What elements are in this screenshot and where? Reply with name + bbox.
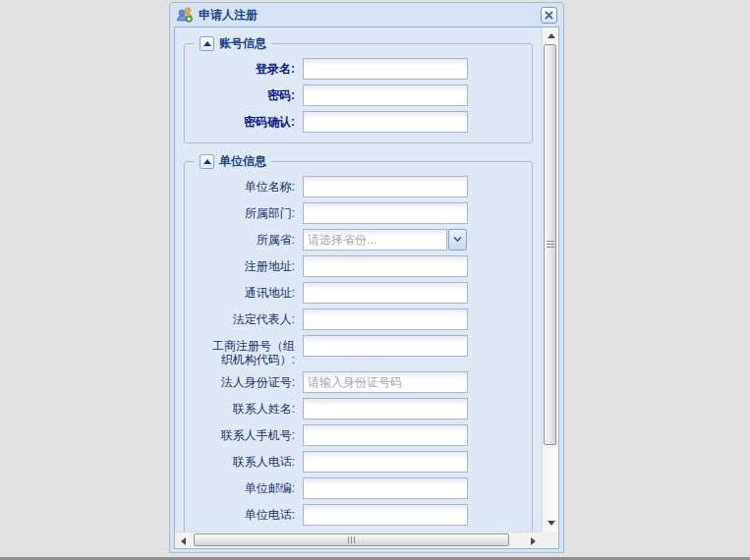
section-account-legend: 账号信息 xyxy=(195,35,271,52)
scroll-left-button[interactable] xyxy=(175,532,192,549)
arrow-down-icon xyxy=(548,521,555,526)
dialog-titlebar[interactable]: 申请人注册 xyxy=(174,3,559,27)
department-input[interactable] xyxy=(303,202,468,224)
password-confirm-input[interactable] xyxy=(303,111,468,133)
collapse-account-button[interactable] xyxy=(200,36,214,51)
scroll-down-button[interactable] xyxy=(543,515,559,532)
legal-person-id-label: 法人身份证号: xyxy=(193,371,295,389)
contact-name-label: 联系人姓名: xyxy=(193,398,295,416)
add-user-icon xyxy=(176,7,194,23)
form-row: 通讯地址: xyxy=(191,282,526,304)
collapse-org-button[interactable] xyxy=(200,154,214,169)
form-row: 联系人姓名: xyxy=(191,398,526,420)
form-row: 法人身份证号: xyxy=(191,371,526,393)
org-phone-input[interactable] xyxy=(303,504,468,526)
org-postcode-input[interactable] xyxy=(303,477,468,499)
registration-dialog: 申请人注册 账号信息 xyxy=(169,2,564,553)
org-name-label: 单位名称: xyxy=(193,176,295,194)
vertical-scrollbar[interactable] xyxy=(542,28,558,532)
arrow-left-icon xyxy=(181,537,186,545)
form-row: 法定代表人: xyxy=(191,308,526,330)
scrollbar-grip-icon xyxy=(348,536,356,543)
dialog-body: 账号信息 登录名: 密码: 密码确认: xyxy=(174,27,559,549)
scrollbar-corner xyxy=(542,532,558,548)
arrow-right-icon xyxy=(531,537,536,545)
contact-name-input[interactable] xyxy=(303,398,468,420)
close-button[interactable] xyxy=(541,7,557,24)
scroll-up-button[interactable] xyxy=(543,28,559,44)
scrollbar-grip-icon xyxy=(547,241,554,249)
chevron-up-icon xyxy=(203,41,211,46)
section-org-legend: 单位信息 xyxy=(195,153,271,170)
form-row: 密码确认: xyxy=(191,111,526,133)
login-name-input[interactable] xyxy=(303,58,468,80)
section-org-info: 单位信息 单位名称: 所属部门: 所属省: xyxy=(184,161,533,532)
legal-representative-label: 法定代表人: xyxy=(193,308,295,326)
password-label: 密码: xyxy=(193,84,295,102)
business-registration-number-label: 工商注册号（组织机构代码）: xyxy=(193,335,295,366)
desktop-background: 申请人注册 账号信息 xyxy=(0,0,750,560)
form-row: 所属部门: xyxy=(191,202,526,224)
form-row: 密码: xyxy=(191,84,526,106)
password-input[interactable] xyxy=(303,84,468,106)
contact-mobile-label: 联系人手机号: xyxy=(193,424,295,442)
form-row: 联系人电话: xyxy=(191,451,526,473)
form-row: 单位电话: xyxy=(191,504,526,526)
form-scroll-content: 账号信息 登录名: 密码: 密码确认: xyxy=(175,28,542,532)
mailing-address-input[interactable] xyxy=(303,282,468,304)
registered-address-label: 注册地址: xyxy=(193,255,295,273)
form-row: 注册地址: xyxy=(191,255,526,277)
arrow-up-icon xyxy=(548,33,555,38)
business-registration-number-input[interactable] xyxy=(303,335,468,357)
chevron-down-icon xyxy=(453,237,462,243)
form-row: 工商注册号（组织机构代码）: xyxy=(191,335,526,366)
vertical-scrollbar-thumb[interactable] xyxy=(544,44,556,445)
contact-mobile-input[interactable] xyxy=(303,424,468,446)
form-row: 单位邮编: xyxy=(191,477,526,499)
scroll-right-button[interactable] xyxy=(525,532,542,549)
form-row: 联系人手机号: xyxy=(191,424,526,446)
horizontal-scrollbar[interactable] xyxy=(175,532,542,548)
form-row: 单位名称: xyxy=(191,176,526,197)
legal-representative-input[interactable] xyxy=(303,308,468,330)
legal-person-id-input[interactable] xyxy=(303,371,468,393)
department-label: 所属部门: xyxy=(193,202,295,220)
mailing-address-label: 通讯地址: xyxy=(193,282,295,300)
close-icon xyxy=(545,11,553,20)
section-account-title: 账号信息 xyxy=(219,35,266,52)
login-name-label: 登录名: xyxy=(193,58,295,76)
section-account-info: 账号信息 登录名: 密码: 密码确认: xyxy=(184,43,533,143)
form-row: 登录名: xyxy=(191,58,526,80)
province-combobox-input[interactable] xyxy=(303,229,447,251)
province-label: 所属省: xyxy=(193,229,295,247)
chevron-up-icon xyxy=(203,159,211,164)
form-row: 所属省: xyxy=(191,229,526,251)
province-dropdown-trigger[interactable] xyxy=(448,229,467,251)
contact-phone-input[interactable] xyxy=(303,451,468,473)
password-confirm-label: 密码确认: xyxy=(193,111,295,129)
contact-phone-label: 联系人电话: xyxy=(193,451,295,469)
org-phone-label: 单位电话: xyxy=(193,504,295,522)
horizontal-scrollbar-thumb[interactable] xyxy=(194,533,509,546)
registered-address-input[interactable] xyxy=(303,255,468,277)
org-name-input[interactable] xyxy=(303,176,468,197)
section-org-title: 单位信息 xyxy=(219,153,266,170)
org-postcode-label: 单位邮编: xyxy=(193,477,295,495)
dialog-title: 申请人注册 xyxy=(199,7,536,24)
